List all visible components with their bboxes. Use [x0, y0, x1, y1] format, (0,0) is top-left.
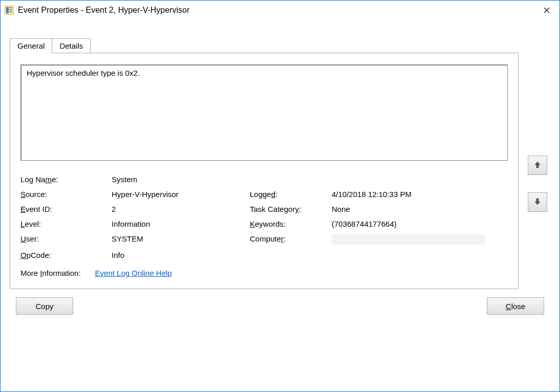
- computer-label: Computer:: [250, 234, 332, 245]
- svg-rect-3: [9, 9, 12, 10]
- log-name-label: Log Name:: [20, 175, 112, 184]
- keywords-value: (70368744177664): [332, 220, 508, 228]
- close-icon: [544, 6, 550, 15]
- level-value: Information: [112, 220, 250, 228]
- svg-rect-4: [9, 11, 12, 12]
- source-value: Hyper-V-Hypervisor: [112, 190, 250, 199]
- tab-strip: General Details: [10, 38, 550, 53]
- event-log-online-help-link[interactable]: Event Log Online Help: [95, 269, 172, 277]
- general-panel: Hypervisor scheduler type is 0x2. Log Na…: [10, 53, 519, 289]
- svg-rect-1: [6, 7, 9, 13]
- logged-value: 4/10/2018 12:10:33 PM: [332, 190, 508, 199]
- titlebar: Event Properties - Event 2, Hyper-V-Hype…: [1, 1, 559, 20]
- event-viewer-icon: [5, 6, 14, 15]
- opcode-value: Info: [112, 251, 508, 259]
- computer-value: [332, 234, 508, 245]
- user-value: SYSTEM: [112, 234, 250, 245]
- opcode-label: OpCode:: [20, 251, 112, 259]
- level-label: Level:: [20, 220, 112, 228]
- user-label: User:: [20, 234, 112, 245]
- copy-button[interactable]: Copy: [16, 297, 73, 315]
- close-button[interactable]: Close: [487, 297, 544, 315]
- previous-event-button[interactable]: [528, 156, 547, 175]
- event-id-label: Event ID:: [20, 205, 112, 213]
- task-category-label: Task Category:: [250, 205, 332, 213]
- next-event-button[interactable]: [528, 192, 547, 212]
- more-information-label: More Information:: [20, 269, 81, 277]
- nav-arrows: [525, 53, 550, 289]
- close-window-button[interactable]: [534, 1, 559, 20]
- event-description[interactable]: Hypervisor scheduler type is 0x2.: [20, 64, 508, 161]
- source-label: Source:: [20, 190, 112, 199]
- event-fields: Log Name: System Source: Hyper-V-Hypervi…: [20, 175, 508, 277]
- tab-details[interactable]: Details: [52, 38, 91, 53]
- tab-general[interactable]: General: [10, 38, 52, 53]
- task-category-value: None: [332, 205, 508, 213]
- button-row: Copy Close: [10, 289, 550, 315]
- logged-label: Logged:: [250, 190, 332, 199]
- window-title: Event Properties - Event 2, Hyper-V-Hype…: [18, 6, 534, 15]
- arrow-up-icon: [533, 161, 542, 170]
- log-name-value: System: [112, 175, 508, 184]
- event-properties-window: Event Properties - Event 2, Hyper-V-Hype…: [0, 0, 560, 392]
- content-area: General Details Hypervisor scheduler typ…: [1, 20, 559, 391]
- keywords-label: Keywords:: [250, 220, 332, 228]
- svg-rect-2: [9, 7, 12, 8]
- event-id-value: 2: [112, 205, 250, 213]
- arrow-down-icon: [533, 198, 542, 207]
